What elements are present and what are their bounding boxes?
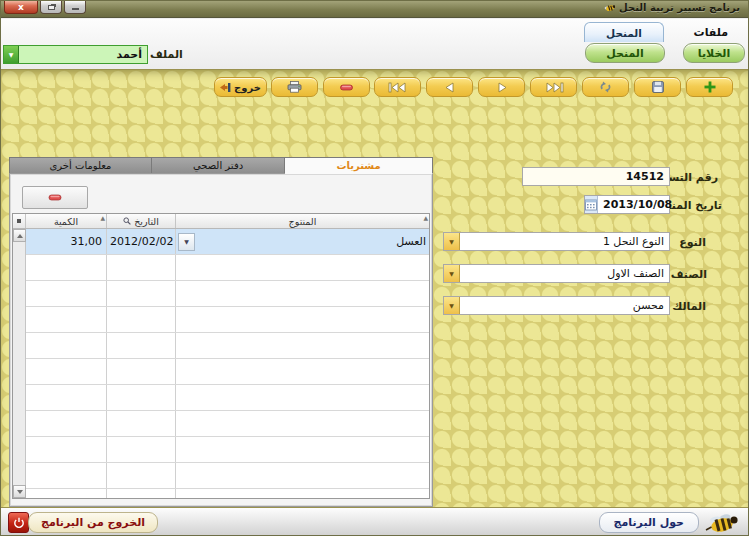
detail-tab-control: معلومات أخرى دفتر الصحي مشتريات ال: [9, 157, 433, 507]
first-record-icon: [388, 82, 408, 93]
sort-icon: ▲: [423, 214, 428, 221]
add-record-button[interactable]: [686, 77, 733, 97]
app-window: x برنامج تسيير تربية النحل ملفات المنحل …: [0, 0, 749, 536]
class-select[interactable]: ▼ الصنف الاول: [443, 264, 670, 283]
header-band: ملفات المنحل الخلايا المنحل الملف ▼ أحمد: [1, 19, 748, 69]
about-program-label: حول البرنامج: [614, 516, 684, 529]
purchases-grid: الكمية ▲ التاريخ المنتوج ▲: [12, 213, 430, 499]
cell-date[interactable]: 2012/02/02: [107, 229, 176, 254]
hives-button[interactable]: الخلايا: [683, 43, 745, 63]
apiary-button-label: المنحل: [606, 47, 644, 60]
delete-record-button[interactable]: [323, 77, 370, 97]
scroll-up-button[interactable]: [13, 229, 26, 242]
table-row-empty[interactable]: [26, 463, 429, 489]
next-record-button[interactable]: [478, 77, 525, 97]
class-label: الصنف: [671, 268, 707, 281]
last-record-button[interactable]: [530, 77, 577, 97]
serial-input[interactable]: 14512: [522, 167, 670, 186]
refresh-button[interactable]: [582, 77, 629, 97]
power-exit-button[interactable]: [8, 512, 29, 533]
exit-icon: [220, 82, 231, 93]
power-icon: [13, 517, 25, 529]
type-select-value: النوع النحل 1: [460, 235, 669, 248]
maximize-button[interactable]: [40, 1, 62, 14]
tab-purchases[interactable]: مشتريات: [285, 157, 433, 174]
exit-toolbar-label: خروج: [234, 82, 261, 93]
window-title-group: برنامج تسيير تربية النحل: [603, 2, 740, 13]
exit-toolbar-button[interactable]: خروج: [214, 77, 267, 97]
titlebar: x برنامج تسيير تربية النحل: [1, 1, 748, 18]
exit-program-label: الخروج من البرنامج: [41, 516, 145, 529]
class-select-value: الصنف الاول: [460, 267, 669, 280]
close-button[interactable]: x: [4, 1, 38, 14]
scroll-down-button[interactable]: [13, 485, 26, 498]
tab-purchases-label: مشتريات: [336, 160, 380, 171]
table-row-empty[interactable]: [26, 255, 429, 281]
table-row-empty[interactable]: [26, 307, 429, 333]
type-select[interactable]: ▼ النوع النحل 1: [443, 232, 670, 251]
close-icon: x: [18, 3, 24, 12]
owner-label: المالك: [672, 300, 706, 313]
type-label: النوع: [679, 236, 706, 249]
file-select[interactable]: ▼ أحمد: [3, 45, 148, 64]
delete-row-button[interactable]: [22, 186, 88, 209]
cell-dropdown-icon[interactable]: ▼: [178, 233, 195, 251]
tab-health-book[interactable]: دفتر الصحي: [152, 157, 285, 174]
column-header-date[interactable]: التاريخ: [107, 214, 176, 228]
triangle-down-icon: [17, 490, 23, 497]
bee-icon: [702, 511, 742, 535]
apiary-button[interactable]: المنحل: [585, 43, 665, 63]
chevron-down-icon[interactable]: ▼: [444, 265, 460, 282]
first-record-button[interactable]: [374, 77, 421, 97]
chevron-down-icon[interactable]: ▼: [4, 46, 19, 63]
search-icon: [123, 217, 131, 225]
table-row-selected[interactable]: 31,00 2012/02/02 ▼ العسل: [26, 229, 429, 255]
calendar-icon[interactable]: [585, 196, 598, 213]
origin-date-input[interactable]: 2013/10/08: [584, 195, 670, 214]
app-bee-icon: [603, 2, 615, 13]
printer-icon: [287, 81, 302, 93]
grid-body: 31,00 2012/02/02 ▼ العسل: [13, 229, 429, 498]
prev-record-icon: [444, 82, 456, 93]
table-row-empty[interactable]: [26, 385, 429, 411]
save-button[interactable]: [634, 77, 681, 97]
minimize-button[interactable]: [64, 1, 86, 14]
refresh-icon: [599, 81, 612, 93]
table-row-empty[interactable]: [26, 437, 429, 463]
table-row-empty[interactable]: [26, 489, 429, 499]
owner-select-value: محسن: [460, 299, 669, 312]
last-record-icon: [544, 82, 564, 93]
tab-other-info-label: معلومات أخرى: [50, 160, 112, 171]
prev-record-button[interactable]: [426, 77, 473, 97]
tab-other-info[interactable]: معلومات أخرى: [9, 157, 152, 174]
qty-header-label: الكمية: [54, 216, 78, 227]
exit-program-button[interactable]: الخروج من البرنامج: [28, 512, 158, 533]
window-controls: x: [4, 1, 86, 14]
owner-select[interactable]: ▼ محسن: [443, 296, 670, 315]
column-header-qty[interactable]: الكمية ▲: [26, 214, 107, 228]
cell-product[interactable]: ▼ العسل: [176, 229, 429, 254]
menu-files[interactable]: ملفات: [694, 26, 728, 39]
chevron-down-icon[interactable]: ▼: [444, 297, 460, 314]
add-plus-icon: [704, 81, 716, 93]
restore-icon: [48, 5, 55, 10]
grid-vertical-scrollbar[interactable]: [13, 229, 26, 498]
table-row-empty[interactable]: [26, 333, 429, 359]
table-row-empty[interactable]: [26, 359, 429, 385]
table-row-empty[interactable]: [26, 281, 429, 307]
grid-corner-cell[interactable]: [13, 214, 26, 228]
hives-button-label: الخلايا: [698, 47, 730, 60]
cell-qty[interactable]: 31,00: [26, 229, 107, 254]
column-header-product[interactable]: المنتوج ▲: [176, 214, 429, 228]
cell-product-value: العسل: [396, 235, 426, 248]
table-row-empty[interactable]: [26, 411, 429, 437]
print-button[interactable]: [271, 77, 318, 97]
tab-apiary-top[interactable]: المنحل: [584, 22, 664, 42]
minimize-icon: [72, 8, 79, 10]
about-program-button[interactable]: حول البرنامج: [599, 512, 699, 533]
row-marker-icon: [17, 219, 21, 223]
grid-header-row: الكمية ▲ التاريخ المنتوج ▲: [13, 214, 429, 229]
date-header-label: التاريخ: [134, 216, 159, 227]
chevron-down-icon[interactable]: ▼: [444, 233, 460, 250]
save-icon: [652, 81, 664, 93]
